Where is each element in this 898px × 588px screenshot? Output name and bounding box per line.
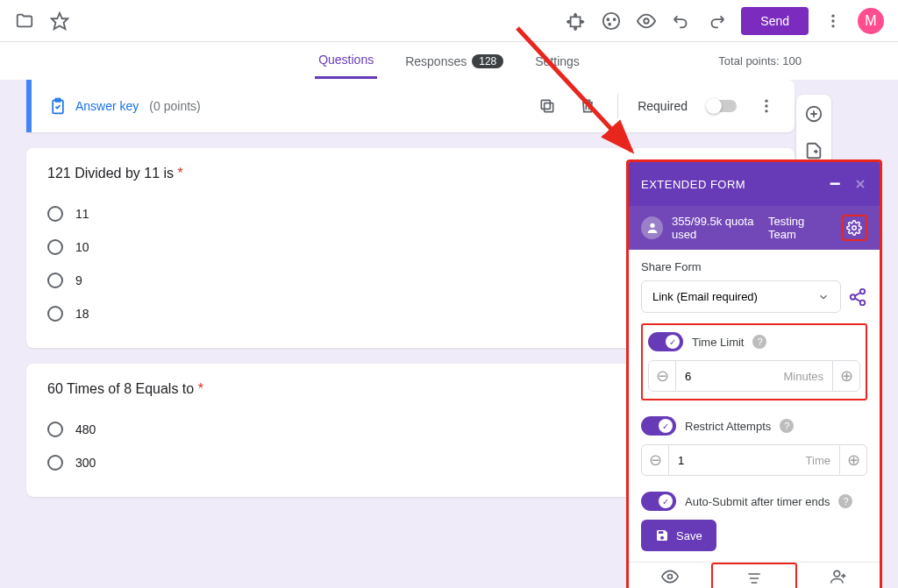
panel-subheader: 355/99.5k quota used Testing Team <box>629 206 880 250</box>
delete-icon[interactable] <box>577 96 598 117</box>
radio-icon[interactable] <box>47 239 63 255</box>
chevron-down-icon <box>817 291 830 303</box>
increment-button[interactable]: ⊕ <box>832 360 860 392</box>
palette-icon[interactable] <box>601 11 622 32</box>
panel-footer: Preview Responses Invite <box>629 562 880 588</box>
total-points-label: Total points: 100 <box>718 54 802 67</box>
auto-submit-toggle[interactable] <box>641 492 676 511</box>
restrict-attempts-section: Restrict Attempts ? ⊖ 1Time ⊕ <box>641 409 867 483</box>
svg-point-8 <box>831 25 834 27</box>
save-button[interactable]: Save <box>641 520 716 551</box>
attempts-value-input[interactable]: 1Time <box>669 444 839 476</box>
svg-marker-0 <box>52 12 68 28</box>
question-more-icon[interactable] <box>756 96 777 117</box>
radio-icon[interactable] <box>47 273 63 288</box>
add-question-icon[interactable] <box>802 102 826 126</box>
user-avatar-icon <box>641 216 663 239</box>
question-toolbar-card: Answer key (0 points) Required <box>26 80 795 132</box>
svg-point-1 <box>603 12 619 28</box>
redo-icon[interactable] <box>706 11 727 32</box>
responses-count-badge: 128 <box>472 54 503 68</box>
tab-responses[interactable]: Responses 128 <box>402 45 507 78</box>
svg-point-20 <box>851 294 856 300</box>
time-limit-label: Time Limit <box>692 336 744 349</box>
answer-key-label: Answer key <box>75 99 139 113</box>
eye-icon <box>661 568 679 585</box>
panel-header: EXTENDED FORM − <box>629 162 880 206</box>
time-value-input[interactable]: 6Minutes <box>676 360 832 392</box>
decrement-button[interactable]: ⊖ <box>648 360 676 392</box>
auto-submit-label: Auto-Submit after timer ends <box>685 495 830 508</box>
tab-bar: Questions Responses 128 Settings Total p… <box>0 42 898 80</box>
restrict-attempts-label: Restrict Attempts <box>685 420 771 433</box>
radio-icon[interactable] <box>47 206 63 222</box>
settings-gear-button[interactable] <box>842 215 867 241</box>
panel-title: EXTENDED FORM <box>641 178 745 191</box>
extended-form-panel: EXTENDED FORM − 355/99.5k quota used Tes… <box>626 159 882 588</box>
radio-icon[interactable] <box>47 306 63 322</box>
radio-icon[interactable] <box>47 422 63 437</box>
help-icon[interactable]: ? <box>780 419 794 433</box>
time-limit-section: Time Limit ? ⊖ 6Minutes ⊕ <box>641 323 867 400</box>
help-icon[interactable]: ? <box>752 335 766 349</box>
svg-point-3 <box>614 18 616 20</box>
svg-point-14 <box>765 110 767 112</box>
tab-settings[interactable]: Settings <box>531 45 583 78</box>
undo-icon[interactable] <box>671 11 692 32</box>
required-star-icon: * <box>178 166 183 181</box>
avatar[interactable]: M <box>858 8 884 34</box>
copy-icon[interactable] <box>537 96 558 117</box>
required-toggle[interactable] <box>707 100 737 112</box>
team-label: Testing Team <box>768 215 833 241</box>
required-star-icon: * <box>198 381 203 396</box>
svg-point-6 <box>831 14 834 17</box>
footer-preview[interactable]: Preview <box>629 563 711 588</box>
svg-point-5 <box>645 18 650 24</box>
close-icon[interactable] <box>853 177 867 191</box>
svg-point-7 <box>831 19 834 22</box>
send-button[interactable]: Send <box>741 7 809 35</box>
svg-point-4 <box>609 23 611 25</box>
share-form-label: Share Form <box>641 260 867 273</box>
svg-point-21 <box>860 300 866 305</box>
svg-point-17 <box>650 223 654 228</box>
tab-questions[interactable]: Questions <box>315 43 377 79</box>
list-icon <box>745 570 763 587</box>
tab-responses-label: Responses <box>405 54 467 68</box>
svg-point-22 <box>668 575 673 579</box>
footer-invite[interactable]: Invite <box>797 563 880 588</box>
radio-icon[interactable] <box>47 455 63 471</box>
invite-icon <box>830 568 847 585</box>
svg-point-18 <box>852 226 857 230</box>
divider <box>617 94 618 118</box>
save-icon <box>655 528 669 542</box>
points-label: (0 points) <box>149 99 200 113</box>
time-limit-toggle[interactable] <box>648 332 683 351</box>
preview-icon[interactable] <box>636 11 657 32</box>
svg-point-13 <box>765 104 767 107</box>
increment-button[interactable]: ⊕ <box>839 444 867 476</box>
footer-responses[interactable]: Responses <box>711 563 797 588</box>
minimize-icon[interactable]: − <box>830 173 841 195</box>
decrement-button[interactable]: ⊖ <box>641 444 669 476</box>
restrict-attempts-toggle[interactable] <box>641 416 676 436</box>
svg-rect-10 <box>545 103 553 112</box>
answer-key-button[interactable]: Answer key <box>49 97 139 115</box>
svg-point-23 <box>834 570 840 577</box>
svg-point-12 <box>765 100 767 103</box>
share-select[interactable]: Link (Email required) <box>641 280 841 313</box>
quota-label: 355/99.5k quota used <box>672 215 759 241</box>
folder-icon[interactable] <box>14 11 35 32</box>
svg-point-2 <box>608 18 609 20</box>
svg-rect-11 <box>542 100 551 109</box>
more-icon[interactable] <box>823 11 844 32</box>
addon-icon[interactable] <box>566 11 587 32</box>
share-icon[interactable] <box>848 287 867 307</box>
required-label: Required <box>638 99 688 113</box>
top-toolbar: Send M <box>0 0 898 42</box>
svg-point-19 <box>860 288 866 294</box>
star-icon[interactable] <box>49 11 70 32</box>
help-icon[interactable]: ? <box>838 494 852 508</box>
